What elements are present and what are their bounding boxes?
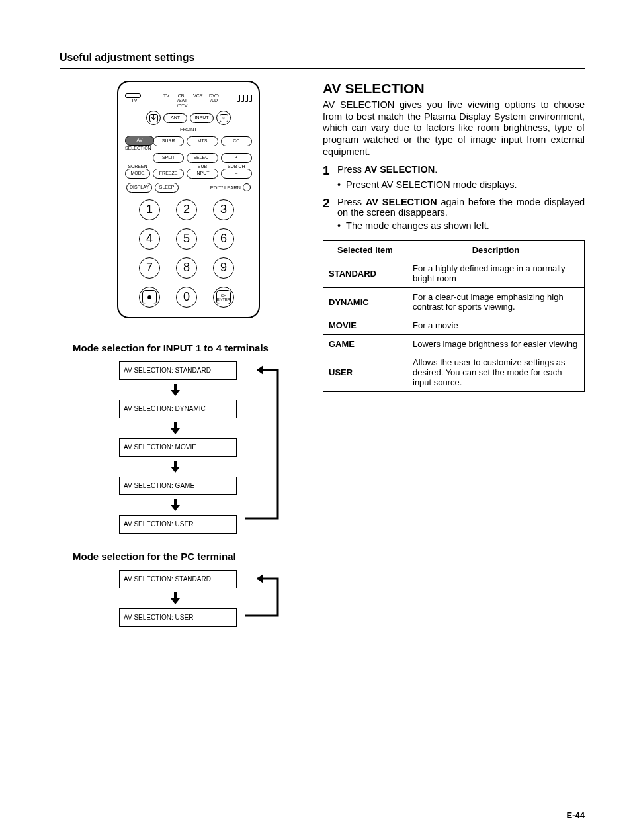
dev-tv: TV [160,93,173,98]
light-icon: ☼ [216,111,231,125]
ch-enter: CH ENTER [213,287,234,308]
step-1: 1 Press AV SELECTION. [323,164,585,177]
front-label: FRONT [125,126,252,132]
return-arrow-icon [245,570,291,624]
av-item: STANDARD [323,259,407,288]
av-item: MOVIE [323,316,407,335]
dev-dvd: DVD /LD [208,93,221,103]
dev-cbl: CBL /SAT /DTV [176,93,189,108]
remote-ir [237,95,252,102]
down-arrow-icon [119,588,231,608]
screen-label: SCREEN [125,164,150,169]
flow-pc-title: Mode selection for the PC terminal [73,551,317,562]
flow-pc: AV SELECTION: STANDARDAV SELECTION: USER [119,570,291,624]
remote-led [125,93,141,98]
flow-box: AV SELECTION: USER [119,608,237,627]
down-arrow-icon [119,495,231,515]
av-item: GAME [323,335,407,353]
flow-box: AV SELECTION: STANDARD [119,570,237,588]
select-button: SELECT [187,153,218,163]
av-intro: AV SELECTION gives you five viewing opti… [323,99,585,158]
av-title: AV SELECTION [323,81,585,97]
flow-box: AV SELECTION: STANDARD [119,361,237,380]
sleep-button: SLEEP [155,183,179,193]
av-table: Selected item Description STANDARDFor a … [323,240,585,392]
remote-tv-under: TV [125,98,144,103]
av-desc: For a movie [407,316,585,335]
input-button: INPUT [190,113,214,123]
table-row: STANDARDFor a highly defined image in a … [323,259,585,288]
down-arrow-icon [119,380,231,400]
minus-button: – [221,169,252,179]
av-desc: For a highly defined image in a normally… [407,259,585,288]
flow-box: AV SELECTION: DYNAMIC [119,400,237,418]
display-button: DISPLAY [126,183,152,193]
flow-box: AV SELECTION: MOVIE [119,438,237,457]
num-0: 0 [176,287,197,308]
av-desc: Allows the user to customize settings as… [407,353,585,392]
av-desc: Lowers image brightness for easier viewi… [407,335,585,353]
freeze-button: FREEZE [153,169,184,179]
page-number: E-44 [567,810,585,820]
step-2: 2 Press AV SELECTION again before the mo… [323,197,585,218]
header-rule [60,68,585,69]
table-row: MOVIEFor a movie [323,316,585,335]
av-selection-under: SELECTION [125,146,150,150]
down-arrow-icon [119,457,231,477]
subch-label: SUB CH [221,164,252,169]
edit-learn: EDIT/ LEARN [210,183,251,191]
power-icon: ⏻ [146,111,161,125]
num-2: 2 [176,199,197,220]
num-9: 9 [213,257,234,279]
table-row: USERAllows the user to customize setting… [323,353,585,392]
flow-input-title: Mode selection for INPUT 1 to 4 terminal… [73,342,317,353]
step-1-bullet: Present AV SELECTION mode displays. [337,179,585,190]
input2-button: INPUT [187,169,218,179]
av-item: DYNAMIC [323,288,407,316]
num-3: 3 [213,199,234,220]
mode-button: MODE [125,169,150,179]
cc-button: CC [221,136,252,146]
av-desc: For a clear-cut image emphasizing high c… [407,288,585,316]
num-6: 6 [213,228,234,250]
split-button: SPLIT [153,153,184,163]
dev-vcr: VCR [192,93,205,98]
av-item: USER [323,353,407,392]
table-row: DYNAMICFor a clear-cut image emphasizing… [323,288,585,316]
num-dot: • [139,287,160,308]
return-arrow-icon [245,361,291,527]
num-8: 8 [176,257,197,279]
num-7: 7 [139,257,160,279]
num-5: 5 [176,228,197,250]
th-selected: Selected item [323,241,407,259]
ant-button: ANT [163,113,187,123]
step-2-bullet: The mode changes as shown left. [337,220,585,231]
num-4: 4 [139,228,160,250]
remote-illustration: TV TV CBL /SAT /DTV VCR DVD /LD ⏻ [117,81,260,318]
th-desc: Description [407,241,585,259]
flow-box: AV SELECTION: USER [119,515,237,534]
surr-button: SURR [153,136,184,146]
down-arrow-icon [119,418,231,438]
num-1: 1 [139,199,160,220]
table-row: GAMELowers image brightness for easier v… [323,335,585,353]
flow-box: AV SELECTION: GAME [119,477,237,495]
flow-input: AV SELECTION: STANDARDAV SELECTION: DYNA… [119,361,291,527]
plus-button: + [221,153,252,163]
mts-button: MTS [187,136,218,146]
sub-label: SUB [187,164,218,169]
section-header: Useful adjustment settings [60,52,585,64]
av-selection-button: AV [125,136,154,146]
